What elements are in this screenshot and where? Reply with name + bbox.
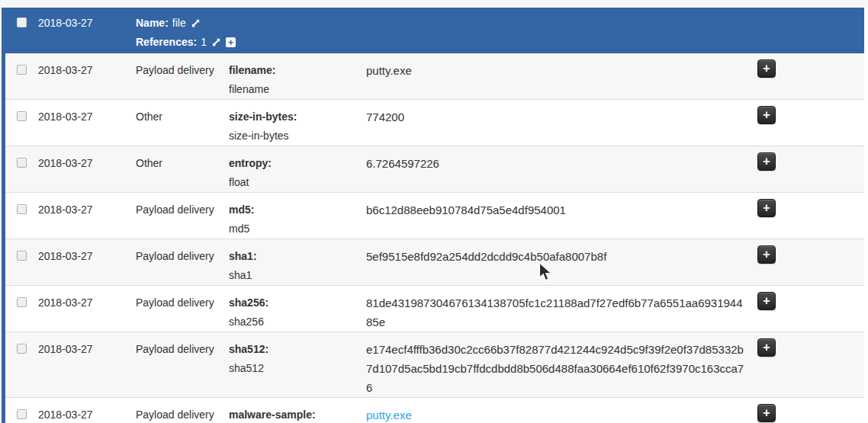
- attribute-type-cell: entropy: float: [229, 154, 366, 192]
- attribute-type-label: malware-sample:: [229, 405, 366, 423]
- row-check-cell: [5, 61, 38, 81]
- object-header: 2018-03-27 Name: file References: 1: [5, 8, 864, 53]
- attribute-rows-container: 2018-03-27 Payload delivery filename: fi…: [5, 53, 864, 423]
- attribute-type-label: entropy:: [229, 154, 366, 173]
- row-action-cell: +: [747, 293, 864, 310]
- attribute-type-sub: sha256: [229, 312, 366, 332]
- attribute-value: 6.7264597226: [366, 154, 747, 173]
- row-action-cell: +: [747, 247, 864, 264]
- expand-arrows-icon[interactable]: [211, 37, 221, 47]
- add-enrichment-button[interactable]: +: [757, 199, 776, 217]
- attribute-select-checkbox[interactable]: [17, 111, 27, 121]
- add-enrichment-button[interactable]: +: [757, 292, 776, 310]
- add-enrichment-button[interactable]: +: [757, 338, 776, 357]
- row-action-cell: +: [747, 405, 864, 422]
- attribute-type-label: sha256:: [229, 293, 366, 312]
- row-action-cell: +: [747, 154, 864, 171]
- attribute-category: Payload delivery: [136, 293, 229, 312]
- attribute-date: 2018-03-27: [38, 61, 136, 80]
- attribute-type-label: filename:: [229, 61, 366, 80]
- add-enrichment-button[interactable]: +: [757, 106, 776, 124]
- attribute-row: 2018-03-27 Payload delivery malware-samp…: [5, 398, 864, 423]
- add-enrichment-button[interactable]: +: [757, 152, 776, 171]
- row-check-cell: [5, 200, 38, 220]
- attribute-type-sub: sha512: [229, 359, 366, 378]
- add-enrichment-button[interactable]: +: [757, 59, 776, 78]
- attribute-category: Payload delivery: [136, 61, 229, 80]
- attribute-select-checkbox[interactable]: [17, 158, 27, 168]
- attribute-value: 81de431987304676134138705fc1c21188ad7f27…: [366, 293, 747, 332]
- row-check-cell: [5, 340, 38, 360]
- add-enrichment-button[interactable]: +: [757, 245, 776, 264]
- attribute-date: 2018-03-27: [38, 247, 136, 266]
- object-header-check-cell: [5, 14, 38, 34]
- attribute-row: 2018-03-27 Payload delivery sha256: sha2…: [5, 286, 864, 332]
- attribute-select-checkbox[interactable]: [17, 251, 27, 261]
- attribute-category: Other: [136, 107, 229, 127]
- attribute-row: 2018-03-27 Payload delivery sha1: sha1 5…: [5, 239, 864, 286]
- attribute-row: 2018-03-27 Payload delivery sha512: sha5…: [5, 332, 864, 398]
- attribute-type-cell: filename: filename: [229, 61, 366, 99]
- row-check-cell: [5, 107, 38, 127]
- attribute-type-sub: size-in-bytes: [229, 127, 366, 146]
- attribute-category: Payload delivery: [136, 200, 229, 220]
- attribute-date: 2018-03-27: [38, 405, 136, 423]
- attribute-select-checkbox[interactable]: [17, 409, 27, 419]
- attribute-row: 2018-03-27 Other entropy: float 6.726459…: [5, 146, 864, 193]
- attribute-type-label: size-in-bytes:: [229, 107, 366, 127]
- attribute-category: Payload delivery: [136, 405, 229, 423]
- attribute-date: 2018-03-27: [38, 107, 136, 127]
- object-name-label: Name:: [136, 14, 169, 33]
- row-check-cell: [5, 247, 38, 267]
- object-name-line: Name: file: [136, 14, 236, 33]
- attribute-date: 2018-03-27: [38, 200, 136, 220]
- attribute-type-sub: sha1: [229, 266, 366, 285]
- attribute-type-cell: md5: md5: [229, 200, 366, 239]
- attribute-type-label: md5:: [229, 200, 366, 220]
- attribute-select-checkbox[interactable]: [17, 204, 27, 214]
- attribute-category: Other: [136, 154, 229, 173]
- object-date: 2018-03-27: [38, 14, 136, 33]
- object-name-value: file: [172, 14, 186, 33]
- references-label: References:: [136, 33, 197, 52]
- attribute-select-checkbox[interactable]: [17, 65, 27, 75]
- attribute-type-label: sha512:: [229, 340, 366, 359]
- attribute-type-sub: filename: [229, 80, 366, 99]
- attribute-value: 5ef9515e8fd92a254dd2dcdd9c4b50afa8007b8f: [366, 247, 747, 266]
- attribute-type-sub: float: [229, 173, 366, 192]
- row-check-cell: [5, 405, 38, 423]
- attribute-type-cell: malware-sample:: [229, 405, 366, 423]
- attribute-category: Payload delivery: [136, 247, 229, 266]
- attribute-row: 2018-03-27 Payload delivery filename: fi…: [5, 53, 864, 100]
- page-top-strip: [0, 0, 868, 8]
- object-references-line: References: 1 +: [136, 33, 236, 52]
- row-action-cell: +: [747, 200, 864, 217]
- references-count: 1: [201, 33, 207, 52]
- expand-arrows-icon[interactable]: [191, 18, 201, 28]
- attribute-select-checkbox[interactable]: [17, 344, 27, 354]
- attribute-type-cell: sha256: sha256: [229, 293, 366, 332]
- row-action-cell: +: [747, 61, 864, 78]
- attribute-value-link[interactable]: putty.exe: [366, 405, 747, 423]
- attribute-category: Payload delivery: [136, 340, 229, 359]
- attribute-type-label: sha1:: [229, 247, 366, 266]
- attribute-row: 2018-03-27 Payload delivery md5: md5 b6c…: [5, 193, 864, 239]
- attribute-value: putty.exe: [366, 61, 747, 80]
- object-select-checkbox[interactable]: [17, 18, 27, 27]
- attribute-date: 2018-03-27: [38, 154, 136, 173]
- object-meta: Name: file References: 1 +: [136, 14, 236, 52]
- attribute-type-cell: sha1: sha1: [229, 247, 366, 285]
- attribute-value: b6c12d88eeb910784d75a5e4df954001: [366, 200, 747, 220]
- attribute-value: 774200: [366, 107, 747, 127]
- attribute-row: 2018-03-27 Other size-in-bytes: size-in-…: [5, 100, 864, 146]
- row-action-cell: +: [747, 340, 864, 357]
- attribute-select-checkbox[interactable]: [17, 297, 27, 307]
- add-enrichment-button[interactable]: +: [757, 404, 776, 422]
- attribute-value: e174ecf4fffb36d30c2cc66b37f82877d421244c…: [366, 340, 747, 397]
- add-reference-icon[interactable]: +: [226, 37, 236, 47]
- row-check-cell: [5, 293, 38, 313]
- row-action-cell: +: [747, 107, 864, 124]
- attribute-date: 2018-03-27: [38, 293, 136, 312]
- attribute-type-sub: md5: [229, 220, 366, 239]
- attribute-type-cell: sha512: sha512: [229, 340, 366, 378]
